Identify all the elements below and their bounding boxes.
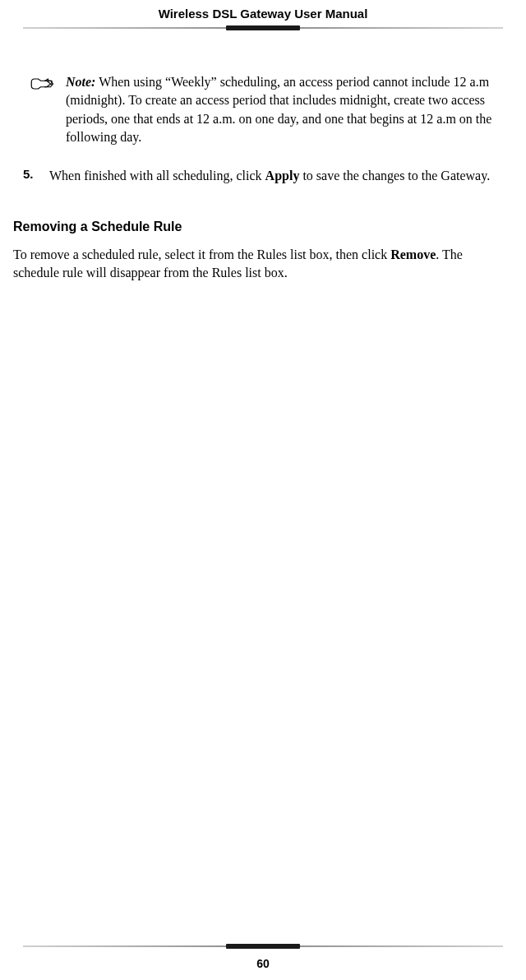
section-text-before: To remove a scheduled rule, select it fr… — [13, 247, 390, 261]
pointing-hand-icon — [30, 73, 66, 96]
page-footer: 60 — [23, 944, 503, 970]
section-body: To remove a scheduled rule, select it fr… — [13, 246, 503, 283]
section-heading: Removing a Schedule Rule — [13, 220, 503, 234]
note-label: Note: — [66, 75, 95, 89]
step-text: When finished with all scheduling, click… — [49, 167, 503, 185]
page-header-title: Wireless DSL Gateway User Manual — [23, 0, 503, 25]
step-number: 5. — [23, 167, 49, 181]
step-item: 5. When finished with all scheduling, cl… — [23, 167, 503, 185]
footer-divider — [23, 944, 503, 952]
note-block: Note: When using “Weekly” scheduling, an… — [23, 73, 503, 147]
remove-keyword: Remove — [390, 247, 436, 261]
step-text-after: to save the changes to the Gateway. — [299, 169, 490, 183]
note-text: Note: When using “Weekly” scheduling, an… — [66, 73, 503, 147]
step-text-before: When finished with all scheduling, click — [49, 169, 265, 183]
header-divider — [23, 25, 503, 34]
apply-keyword: Apply — [265, 169, 300, 183]
note-body: When using “Weekly” scheduling, an acces… — [66, 75, 491, 144]
page-number: 60 — [23, 957, 503, 970]
